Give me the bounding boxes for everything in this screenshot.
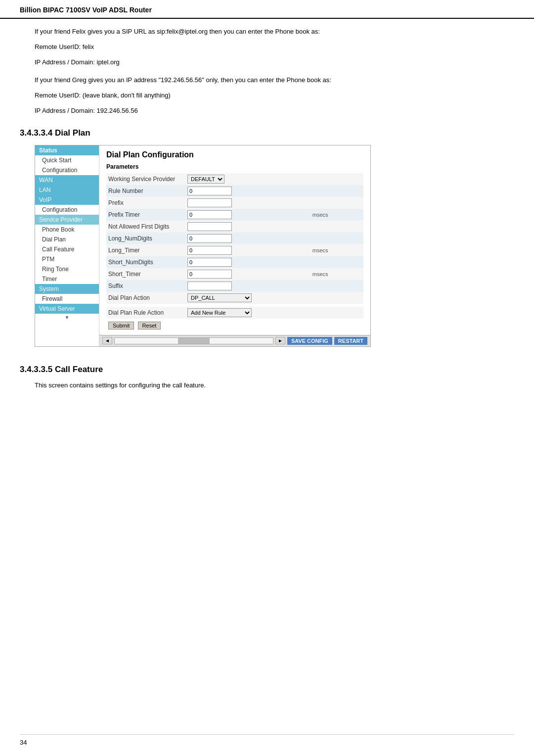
table-row: Long_Timer msecs bbox=[106, 244, 363, 256]
form-table: Working Service Provider DEFAULT Rule Nu… bbox=[106, 173, 363, 331]
working-service-provider-select[interactable]: DEFAULT bbox=[187, 175, 224, 184]
short-numdigits-input[interactable] bbox=[187, 258, 232, 267]
sidebar-item-call-feature[interactable]: Call Feature bbox=[35, 244, 99, 254]
call-feature-heading: 3.4.3.3.5 Call Feature bbox=[20, 365, 514, 375]
field-value bbox=[185, 256, 309, 268]
dial-plan-rule-action-select[interactable]: Add New Rule bbox=[187, 308, 252, 317]
page-number: 34 bbox=[20, 739, 27, 746]
rule-number-input[interactable] bbox=[187, 187, 232, 195]
field-value bbox=[185, 221, 309, 233]
field-unit: msecs bbox=[309, 268, 363, 280]
greg-userid: Remote UserID: (leave blank, don't fill … bbox=[35, 91, 514, 101]
field-value bbox=[185, 268, 309, 280]
restart-button[interactable]: RESTART bbox=[334, 337, 367, 345]
table-row: Prefix Timer msecs bbox=[106, 209, 363, 221]
sidebar-item-wan[interactable]: WAN bbox=[35, 175, 99, 185]
field-label: Long_NumDigits bbox=[106, 233, 185, 244]
sidebar-item-dial-plan[interactable]: Dial Plan bbox=[35, 235, 99, 244]
sidebar-item-lan[interactable]: LAN bbox=[35, 185, 99, 195]
long-timer-input[interactable] bbox=[187, 246, 232, 255]
table-row: Suffix bbox=[106, 280, 363, 292]
field-unit bbox=[309, 173, 363, 185]
prefix-timer-input[interactable] bbox=[187, 210, 232, 219]
felix-userid: Remote UserID: felix bbox=[35, 42, 514, 52]
field-label: Dial Plan Action bbox=[106, 292, 185, 304]
table-row: Short_NumDigits bbox=[106, 256, 363, 268]
table-row: Rule Number bbox=[106, 185, 363, 197]
sidebar-item-virtual-server[interactable]: Virtual Server bbox=[35, 304, 99, 314]
panel-subtitle: Parameters bbox=[106, 163, 363, 170]
content-area: If your friend Felix gives you a SIP URL… bbox=[0, 27, 534, 391]
sidebar-item-configuration-voip[interactable]: Configuration bbox=[35, 205, 99, 215]
field-label: Short_NumDigits bbox=[106, 256, 185, 268]
sidebar: Status Quick Start Configuration WAN LAN… bbox=[35, 145, 99, 346]
table-row: Dial Plan Rule Action Add New Rule bbox=[106, 307, 363, 319]
page-wrapper: Billion BIPAC 7100SV VoIP ADSL Router If… bbox=[0, 0, 534, 756]
field-value bbox=[185, 233, 309, 244]
field-label: Short_Timer bbox=[106, 268, 185, 280]
dial-plan-action-select[interactable]: DP_CALL bbox=[187, 293, 252, 302]
panel-title: Dial Plan Configuration bbox=[106, 150, 363, 159]
sidebar-item-ring-tone[interactable]: Ring Tone bbox=[35, 264, 99, 274]
sidebar-item-system[interactable]: System bbox=[35, 284, 99, 294]
field-unit bbox=[309, 185, 363, 197]
field-label: Not Allowed First Digits bbox=[106, 221, 185, 233]
intro-paragraph1: If your friend Felix gives you a SIP URL… bbox=[35, 27, 514, 37]
intro-paragraph2: If your friend Greg gives you an IP addr… bbox=[35, 75, 514, 86]
sidebar-item-voip[interactable]: VoIP bbox=[35, 195, 99, 205]
reset-button[interactable]: Reset bbox=[138, 322, 161, 330]
call-feature-body: This screen contains settings for config… bbox=[35, 380, 514, 391]
field-label: Dial Plan Rule Action bbox=[106, 307, 185, 319]
save-config-button[interactable]: SAVE CONFIG bbox=[287, 337, 332, 345]
field-value: DP_CALL bbox=[185, 292, 363, 304]
table-row: Short_Timer msecs bbox=[106, 268, 363, 280]
buttons-cell: Submit Reset bbox=[106, 319, 363, 331]
sidebar-item-quickstart[interactable]: Quick Start bbox=[35, 155, 99, 165]
dial-plan-heading: 3.4.3.3.4 Dial Plan bbox=[20, 128, 514, 138]
long-numdigits-input[interactable] bbox=[187, 234, 232, 243]
scrollbar-thumb bbox=[178, 338, 210, 344]
table-row: Working Service Provider DEFAULT bbox=[106, 173, 363, 185]
field-value: DEFAULT bbox=[185, 173, 309, 185]
field-unit bbox=[309, 280, 363, 292]
router-ui: Status Quick Start Configuration WAN LAN… bbox=[35, 145, 371, 347]
field-unit bbox=[309, 233, 363, 244]
scroll-right-button[interactable]: ► bbox=[275, 337, 285, 344]
field-value bbox=[185, 209, 309, 221]
field-label: Suffix bbox=[106, 280, 185, 292]
field-unit bbox=[309, 221, 363, 233]
not-allowed-first-digits-input[interactable] bbox=[187, 222, 232, 231]
field-unit bbox=[309, 197, 363, 209]
field-value: Add New Rule bbox=[185, 307, 363, 319]
felix-ip: IP Address / Domain: iptel.org bbox=[35, 57, 514, 68]
sidebar-item-service-provider[interactable]: Service Provider bbox=[35, 215, 99, 225]
submit-button[interactable]: Submit bbox=[108, 322, 134, 330]
page-title: Billion BIPAC 7100SV VoIP ADSL Router bbox=[20, 6, 152, 14]
field-label: Prefix bbox=[106, 197, 185, 209]
table-row: Dial Plan Action DP_CALL bbox=[106, 292, 363, 304]
horizontal-scrollbar[interactable] bbox=[114, 337, 273, 344]
router-bottom-bar: ◄ ► SAVE CONFIG RESTART bbox=[99, 335, 370, 346]
main-panel: Dial Plan Configuration Parameters Worki… bbox=[99, 145, 370, 346]
sidebar-item-status[interactable]: Status bbox=[35, 145, 99, 155]
prefix-input[interactable] bbox=[187, 198, 232, 207]
scroll-left-button[interactable]: ◄ bbox=[102, 337, 112, 344]
field-value bbox=[185, 244, 309, 256]
call-feature-content: This screen contains settings for config… bbox=[20, 380, 514, 391]
suffix-input[interactable] bbox=[187, 282, 232, 290]
table-row: Long_NumDigits bbox=[106, 233, 363, 244]
field-label: Prefix Timer bbox=[106, 209, 185, 221]
greg-ip: IP Address / Domain: 192.246.56.56 bbox=[35, 106, 514, 116]
field-value bbox=[185, 280, 309, 292]
short-timer-input[interactable] bbox=[187, 270, 232, 279]
field-unit bbox=[309, 256, 363, 268]
page-footer: 34 bbox=[20, 734, 514, 746]
sidebar-item-firewall[interactable]: Firewall bbox=[35, 294, 99, 304]
sidebar-item-configuration-top[interactable]: Configuration bbox=[35, 165, 99, 175]
field-value bbox=[185, 197, 309, 209]
field-label: Working Service Provider bbox=[106, 173, 185, 185]
sidebar-item-timer[interactable]: Timer bbox=[35, 274, 99, 284]
intro-section: If your friend Felix gives you a SIP URL… bbox=[20, 27, 514, 67]
sidebar-item-ptm[interactable]: PTM bbox=[35, 254, 99, 264]
sidebar-item-phone-book[interactable]: Phone Book bbox=[35, 225, 99, 235]
